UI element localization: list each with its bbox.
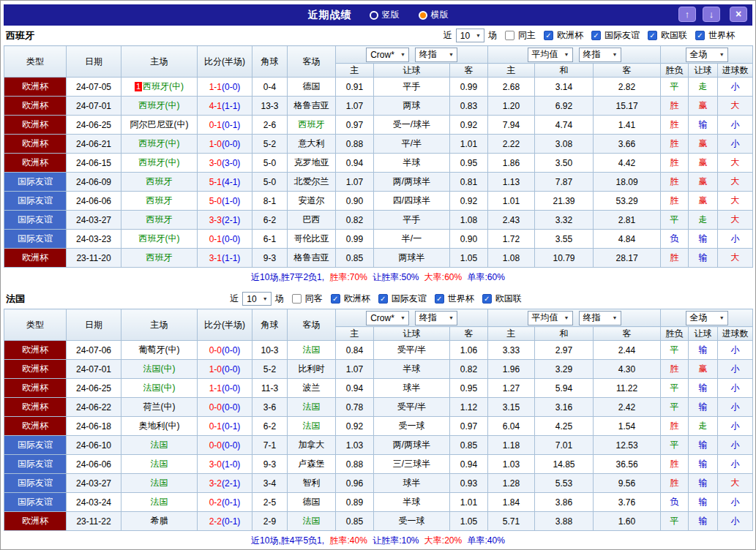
scroll-down-button[interactable]: ↓ [703,7,720,22]
fulltime-score: 1-0 [209,139,222,149]
radio-unselected-icon [370,11,378,20]
home-team-cell: 西班牙 [121,249,198,268]
away-team-name: 北爱尔兰 [294,176,329,187]
away-team-name: 德国 [303,497,321,507]
check-icon: ✓ [380,295,386,303]
home-team-name: 西班牙 [146,214,173,225]
ah-bookmaker-select[interactable]: Crow*▼ [366,48,409,62]
fulltime-select[interactable]: 全场▼ [686,48,728,62]
away-team-name: 安道尔 [299,195,325,206]
same-home-checkbox[interactable]: ✓ [505,31,514,40]
ah-home-odds-cell: 1.03 [336,436,374,455]
eu-home-odds-cell: 1.08 [488,249,535,268]
col-header-eu-away: 客 [594,64,661,78]
eu-stage-select[interactable]: 终指▼ [579,48,621,62]
eu-away-odds-cell: 18.09 [594,173,661,192]
home-team-name: 荷兰(中) [143,402,176,412]
comp-checkbox-worldcup[interactable]: ✓ [695,31,705,40]
ah-away-odds-cell: 1.05 [450,512,488,531]
comp-checkbox-nations[interactable]: ✓ [482,294,492,304]
fulltime-select[interactable]: 全场▼ [686,311,728,325]
eu-draw-odds-cell: 21.39 [535,192,594,211]
scroll-up-button[interactable]: ↑ [678,7,696,22]
summary-segment: 让胜率:10% [373,535,422,546]
match-date-cell: 24-06-25 [67,116,121,135]
halftime-score: (0-0) [222,234,240,244]
eu-away-odds-cell: 3.76 [594,493,661,512]
away-team-cell: 智利 [288,474,336,493]
home-team-cell: 法国 [121,474,198,493]
eu-away-odds-cell: 4.42 [594,154,661,173]
ah-bookmaker-select[interactable]: Crow*▼ [366,311,409,325]
eu-home-odds-cell: 1.03 [488,455,535,474]
ah-home-odds-cell: 0.82 [336,211,374,230]
match-type-cell: 欧洲杯 [4,360,67,379]
match-date-cell: 24-06-09 [67,173,121,192]
summary-segment: 近10场,胜7平2负1, [251,272,326,282]
home-team-name: 法国(中) [143,363,176,374]
result-wdl-cell: 胜 [661,116,689,135]
results-table-spain: 类型 日期 主场 比分(半场) 角球 客场 Crow*▼ 终指▼ 平均值▼ 终指… [4,45,753,268]
match-count-select[interactable]: 10▼ [456,29,484,42]
result-wdl-cell: 平 [661,78,689,97]
match-date-cell: 24-06-22 [67,398,121,417]
ah-home-odds-cell: 1.07 [336,173,374,192]
ah-away-odds-cell: 0.97 [450,417,488,436]
fulltime-score: 2-2 [209,516,222,527]
fulltime-score: 0-1 [209,234,222,244]
away-team-cell: 比利时 [288,360,336,379]
result-goals-cell: 小 [718,417,753,436]
result-handicap-cell: 赢 [689,135,718,154]
result-goals-cell: 大 [718,249,753,268]
result-handicap-cell: 输 [689,493,718,512]
match-count-select[interactable]: 10▼ [242,292,271,306]
ah-stage-select[interactable]: 终指▼ [415,48,457,62]
match-type-cell: 欧洲杯 [4,512,67,531]
ah-away-odds-cell: 1.08 [450,211,488,230]
away-team-cell: 安道尔 [288,192,336,211]
eu-home-odds-cell: 6.04 [488,417,535,436]
comp-checkbox-friendly[interactable]: ✓ [378,294,388,304]
home-team-cell: 法国(中) [121,379,198,398]
result-wdl-cell: 胜 [661,135,689,154]
score-cell: 1-1(0-0) [198,379,252,398]
col-header-result-ah: 让球 [689,64,718,78]
comp-checkbox-euro[interactable]: ✓ [544,31,553,40]
ah-home-odds-cell: 0.96 [336,474,374,493]
eu-average-select[interactable]: 平均值▼ [528,311,573,325]
result-goals-cell: 小 [718,341,753,360]
ah-away-odds-cell: 0.95 [450,379,488,398]
ah-stage-select[interactable]: 终指▼ [415,311,457,325]
match-date-cell: 24-03-23 [67,230,121,249]
result-handicap-cell: 输 [689,436,718,455]
result-goals-cell: 小 [718,135,753,154]
col-header-ah-line: 让球 [374,327,450,341]
comp-checkbox-nations[interactable]: ✓ [648,31,657,40]
comp-checkbox-worldcup[interactable]: ✓ [435,294,444,304]
radio-horizontal-layout[interactable]: 横版 [419,9,449,21]
eu-away-odds-cell: 15.17 [594,97,661,116]
match-row: 欧洲杯24-06-15西班牙(中)3-0(3-0)5-0克罗地亚0.94半球0.… [4,154,753,173]
col-header-eu-away: 客 [594,327,661,341]
result-goals-cell: 小 [718,116,753,135]
close-button[interactable]: × [730,7,747,22]
check-icon: ✓ [697,31,703,39]
comp-checkbox-euro[interactable]: ✓ [331,294,340,304]
fulltime-score: 1-1 [209,383,222,393]
home-team-name: 西班牙(中) [143,81,184,91]
comp-checkbox-friendly[interactable]: ✓ [591,31,601,40]
match-type-cell: 欧洲杯 [4,116,67,135]
match-type-cell: 国际友谊 [4,192,67,211]
match-date-cell: 24-03-27 [67,474,121,493]
result-wdl-cell: 平 [661,341,689,360]
eu-draw-odds-cell: 5.94 [535,379,594,398]
eu-stage-select[interactable]: 终指▼ [579,311,621,325]
eu-average-select[interactable]: 平均值▼ [528,48,573,62]
col-header-ah-line: 让球 [374,64,450,78]
match-date-cell: 24-03-27 [67,211,121,230]
home-team-cell: 法国 [121,493,198,512]
ah-line-cell: 受一球 [374,512,450,531]
home-team-name: 奥地利(中) [139,421,180,431]
same-away-checkbox[interactable]: ✓ [292,294,302,304]
radio-vertical-layout[interactable]: 竖版 [370,9,400,21]
